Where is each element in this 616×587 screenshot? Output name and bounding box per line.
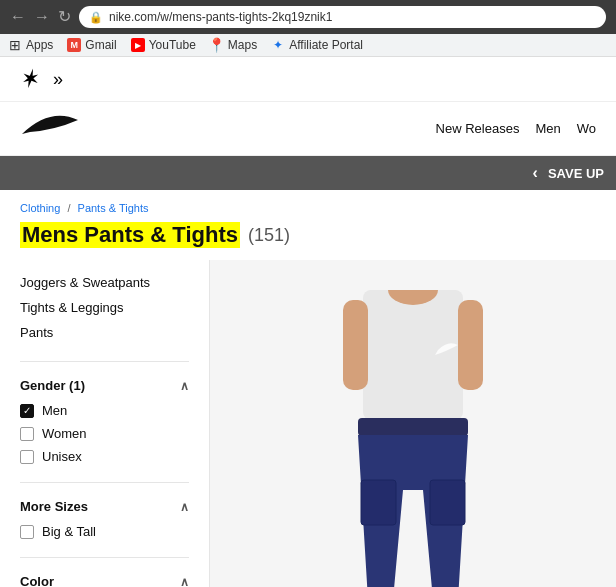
banner-left-arrow[interactable]: ‹ <box>533 164 538 182</box>
svg-rect-0 <box>363 290 463 420</box>
main-content: Joggers & Sweatpants Tights & Leggings P… <box>0 260 616 587</box>
affiliate-icon: ✦ <box>271 38 285 52</box>
category-tights[interactable]: Tights & Leggings <box>20 295 189 320</box>
filter-gender-women[interactable]: Women <box>20 422 189 445</box>
checkbox-big-tall[interactable] <box>20 525 34 539</box>
svg-rect-5 <box>361 480 396 525</box>
url-text: nike.com/w/mens-pants-tights-2kq19znik1 <box>109 10 332 24</box>
save-up-text: SAVE UP <box>548 166 604 181</box>
svg-rect-2 <box>458 300 483 390</box>
checkbox-women[interactable] <box>20 427 34 441</box>
filter-big-tall[interactable]: Big & Tall <box>20 520 189 543</box>
filter-gender-header[interactable]: Gender (1) ∧ <box>20 372 189 399</box>
category-joggers[interactable]: Joggers & Sweatpants <box>20 270 189 295</box>
breadcrumb-separator: / <box>67 202 70 214</box>
forward-button[interactable]: → <box>34 9 50 25</box>
maps-icon: 📍 <box>210 38 224 52</box>
checkbox-women-label: Women <box>42 426 87 441</box>
sale-banner: ‹ SAVE UP <box>0 156 616 190</box>
back-button[interactable]: ← <box>10 9 26 25</box>
filter-color-chevron: ∧ <box>180 575 189 588</box>
bookmark-maps-label: Maps <box>228 38 257 52</box>
sidebar: Joggers & Sweatpants Tights & Leggings P… <box>0 260 210 587</box>
nike-logo[interactable] <box>20 112 80 145</box>
bookmark-youtube[interactable]: ▶ YouTube <box>131 38 196 52</box>
page-title: Mens Pants & Tights <box>20 222 240 248</box>
apps-grid-icon: ⊞ <box>8 38 22 52</box>
filter-divider-2 <box>20 482 189 483</box>
nike-main-nav: New Releases Men Wo <box>0 102 616 156</box>
checkbox-unisex-label: Unisex <box>42 449 82 464</box>
svg-rect-4 <box>358 418 468 436</box>
checkbox-men[interactable]: ✓ <box>20 404 34 418</box>
category-pants[interactable]: Pants <box>20 320 189 345</box>
nav-men[interactable]: Men <box>535 121 560 136</box>
jordan-logo[interactable]: ✶ <box>20 67 37 91</box>
filter-color-header[interactable]: Color ∧ <box>20 568 189 587</box>
bookmark-apps[interactable]: ⊞ Apps <box>8 38 53 52</box>
bookmark-affiliate[interactable]: ✦ Affiliate Portal <box>271 38 363 52</box>
filter-gender-men[interactable]: ✓ Men <box>20 399 189 422</box>
bookmark-affiliate-label: Affiliate Portal <box>289 38 363 52</box>
converse-logo[interactable]: » <box>53 69 63 90</box>
filter-color: Color ∧ Black White Red <box>20 568 189 587</box>
filter-sizes-header[interactable]: More Sizes ∧ <box>20 493 189 520</box>
browser-chrome: ← → ↻ 🔒 nike.com/w/mens-pants-tights-2kq… <box>0 0 616 34</box>
checkbox-big-tall-label: Big & Tall <box>42 524 96 539</box>
refresh-button[interactable]: ↻ <box>58 9 71 25</box>
filter-gender-label: Gender (1) <box>20 378 85 393</box>
checkbox-unisex[interactable] <box>20 450 34 464</box>
bookmarks-bar: ⊞ Apps M Gmail ▶ YouTube 📍 Maps ✦ Affili… <box>0 34 616 57</box>
nav-new-releases[interactable]: New Releases <box>436 121 520 136</box>
lock-icon: 🔒 <box>89 11 103 24</box>
bookmark-maps[interactable]: 📍 Maps <box>210 38 257 52</box>
filter-sizes: More Sizes ∧ Big & Tall <box>20 493 189 543</box>
filter-gender: Gender (1) ∧ ✓ Men Women Unisex <box>20 372 189 468</box>
category-list: Joggers & Sweatpants Tights & Leggings P… <box>20 270 189 345</box>
product-image <box>283 290 543 587</box>
bookmark-gmail[interactable]: M Gmail <box>67 38 116 52</box>
bookmark-apps-label: Apps <box>26 38 53 52</box>
bookmark-youtube-label: YouTube <box>149 38 196 52</box>
product-image-container <box>220 270 606 587</box>
filter-sizes-chevron: ∧ <box>180 500 189 514</box>
breadcrumb-clothing[interactable]: Clothing <box>20 202 60 214</box>
nike-secondary-nav: ✶ » <box>0 57 616 102</box>
filter-color-label: Color <box>20 574 54 587</box>
breadcrumb: Clothing / Pants & Tights <box>0 190 616 218</box>
product-area <box>210 260 616 587</box>
result-count: (151) <box>248 225 290 246</box>
checkbox-men-label: Men <box>42 403 67 418</box>
address-bar[interactable]: 🔒 nike.com/w/mens-pants-tights-2kq19znik… <box>79 6 606 28</box>
filter-sizes-label: More Sizes <box>20 499 88 514</box>
gmail-icon: M <box>67 38 81 52</box>
filter-gender-chevron: ∧ <box>180 379 189 393</box>
filter-divider-1 <box>20 361 189 362</box>
bookmark-gmail-label: Gmail <box>85 38 116 52</box>
youtube-icon: ▶ <box>131 38 145 52</box>
svg-rect-1 <box>343 300 368 390</box>
nav-wo[interactable]: Wo <box>577 121 596 136</box>
nav-links: New Releases Men Wo <box>436 121 596 136</box>
breadcrumb-current[interactable]: Pants & Tights <box>78 202 149 214</box>
svg-rect-6 <box>430 480 465 525</box>
filter-divider-3 <box>20 557 189 558</box>
page-title-row: Mens Pants & Tights (151) <box>0 218 616 260</box>
filter-gender-unisex[interactable]: Unisex <box>20 445 189 468</box>
